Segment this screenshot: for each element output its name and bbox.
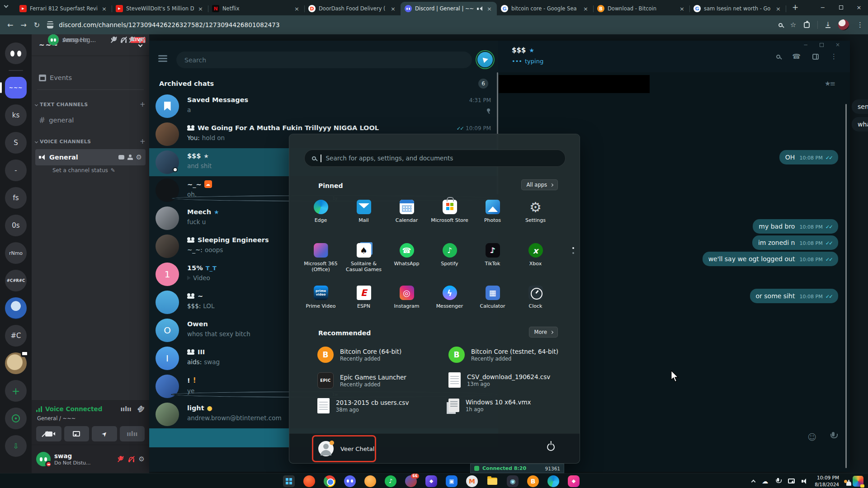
taskbar-app-icon[interactable]: ▣ [446,475,458,487]
pinned-app[interactable]: ♪ TikTok [471,240,514,282]
message-bubble[interactable]: or some siht 10:08 PM ✓✓ [750,289,839,303]
pinned-app[interactable]: Edge [299,197,342,240]
pinned-app[interactable]: Microsoft Store [428,197,471,240]
cast-icon[interactable] [788,479,795,483]
pinned-app[interactable]: ♠ Solitaire & Casual Games [342,240,385,282]
chat-bubble-icon[interactable] [118,155,124,160]
soundboard-button[interactable]: ıılıı [120,426,145,441]
pinned-app[interactable]: x Xbox [514,240,557,282]
browser-tab[interactable]: ▶ Ferrari 812 Superfast Revi × [15,2,112,15]
mute-button[interactable] [117,455,124,463]
browser-tab[interactable]: D DoorDash Food Delivery ( × [304,2,401,15]
pinned-app[interactable]: Photos [471,197,514,240]
pinned-app[interactable]: Microsoft 365 (Office) [299,240,342,282]
tab-close-icon[interactable]: × [390,5,396,12]
screenshot-tool-icon[interactable] [853,476,863,487]
pinned-app[interactable]: ◎ Instagram [385,282,428,325]
pinned-app[interactable]: ▦ Calculator [471,282,514,325]
server-icon[interactable] [5,408,27,429]
window-minimize-button[interactable]: − [814,0,832,15]
message-bubble[interactable]: we'll say we ogt logged out 10:08 PM ✓✓ [703,252,838,266]
onedrive-icon[interactable]: ☁ [762,478,768,485]
settings-icon[interactable]: ⚙ [139,456,145,463]
profile-avatar[interactable] [838,19,849,30]
telegram-minimize-button[interactable]: − [803,42,808,48]
bookmark-star-icon[interactable]: ☆ [790,21,796,29]
more-button[interactable]: More [529,327,558,338]
pinned-app[interactable]: ☎ WhatsApp [385,240,428,282]
server-icon[interactable]: #C#R#C [5,270,27,291]
taskbar-app-icon[interactable]: ◆ [425,475,437,487]
pinned-messages-icon[interactable]: ★≡ [825,80,835,88]
screen-share-button[interactable] [64,426,90,441]
voice-channel-general[interactable]: General ⚙ [35,149,146,165]
taskbar-app-icon[interactable]: M [466,475,478,487]
connected-status-popup[interactable]: Connected 8:20 91361 [470,464,564,473]
server-icon[interactable]: ~~~ [5,77,27,99]
page-dots[interactable] [572,247,574,254]
disconnect-call-icon[interactable]: ☎ [135,404,146,414]
chat-menu-icon[interactable]: ⋮ [830,52,837,61]
pinned-app[interactable]: ϟ Messenger [428,282,471,325]
pinned-app[interactable]: E ESPN [342,282,385,325]
microphone-tray-icon[interactable] [776,478,781,484]
telegram-close-button[interactable]: × [835,42,840,48]
pinned-app[interactable]: ⚙ Settings [514,197,557,239]
server-icon[interactable]: - [5,160,27,181]
emoji-icon[interactable]: ☺ [807,432,816,442]
browser-tab[interactable]: Discord | General | ~~ × [401,2,497,15]
voice-channels-header[interactable]: VOICE CHANNELS + [35,137,146,145]
telegram-search-input[interactable]: Search [176,52,472,68]
back-button[interactable]: ← [7,21,13,29]
server-icon[interactable]: ⇩ [5,435,27,457]
window-maximize-button[interactable] [832,0,850,15]
taskbar-app-icon[interactable]: B [527,475,539,487]
conversation-scrollbar[interactable] [845,104,847,468]
tab-search-chevron-icon[interactable] [4,4,9,8]
pinned-app[interactable]: prime video Prime Video [299,282,342,325]
recommended-item[interactable]: EPIC Epic Games Launcher Recently added [317,372,444,389]
voice-user-row[interactable]: swag [48,34,146,45]
taskbar-app-icon[interactable]: 66 [405,475,417,487]
server-icon[interactable]: fs [5,187,27,209]
new-tab-button[interactable]: + [792,3,798,12]
server-icon[interactable]: rNmo [5,242,27,264]
events-item[interactable]: Events [35,70,146,85]
power-button[interactable] [547,443,555,451]
taskbar-clock[interactable]: 10:09 PM 8/18/2024 [815,474,839,487]
tab-close-icon[interactable]: × [775,5,782,12]
server-icon[interactable] [5,352,27,374]
window-close-button[interactable]: × [850,0,868,15]
browser-tab[interactable]: G sam Isesin net worth - Go × [689,2,786,15]
text-channels-header[interactable]: TEXT CHANNELS + [35,100,146,108]
taskbar-app-icon[interactable] [324,475,335,487]
recommended-item[interactable]: 2013-2015 cb users.csv 38m ago [317,398,444,413]
browser-tab[interactable]: ▶ SteveWillDoIt's 5 Million D × [112,2,208,15]
message-bubble[interactable]: send him it 10:08 PM [852,99,868,114]
message-bubble[interactable]: what? 10:08 PM [852,117,868,131]
server-icon[interactable] [5,297,27,319]
pinned-app[interactable]: Mail [342,197,385,240]
tab-close-icon[interactable]: × [293,5,300,12]
deafen-button[interactable] [128,455,135,463]
server-icon[interactable]: #C [5,325,27,347]
chat-list-item[interactable]: Saved Messages a 4:31 PM [149,92,498,120]
volume-icon[interactable] [802,479,808,484]
taskbar-app-icon[interactable] [486,475,498,487]
user-avatar[interactable] [36,452,51,466]
server-icon[interactable]: ks [5,104,27,126]
recommended-item[interactable]: Windows 10 x64.vmx 1h ago [448,398,575,413]
message-bubble[interactable]: OH 10:08 PM ✓✓ [779,150,838,164]
voice-channel-path[interactable]: General / ~~~ [37,415,75,422]
reload-button[interactable]: ↻ [34,21,40,29]
extensions-icon[interactable] [804,22,810,28]
browser-menu-icon[interactable]: ⋮ [857,21,863,29]
taskbar-app-icon[interactable]: ◉ [507,475,519,487]
conversation-header[interactable]: $$$ ★ •••typing ☎ ⋮ [498,41,850,72]
browser-tab[interactable]: N Netflix × [208,2,304,15]
server-icon[interactable] [5,42,27,64]
hidden-icons-chevron[interactable] [751,479,756,484]
add-channel-icon[interactable]: + [140,137,146,145]
tab-close-icon[interactable]: × [486,5,493,12]
tab-close-icon[interactable]: × [101,5,108,12]
